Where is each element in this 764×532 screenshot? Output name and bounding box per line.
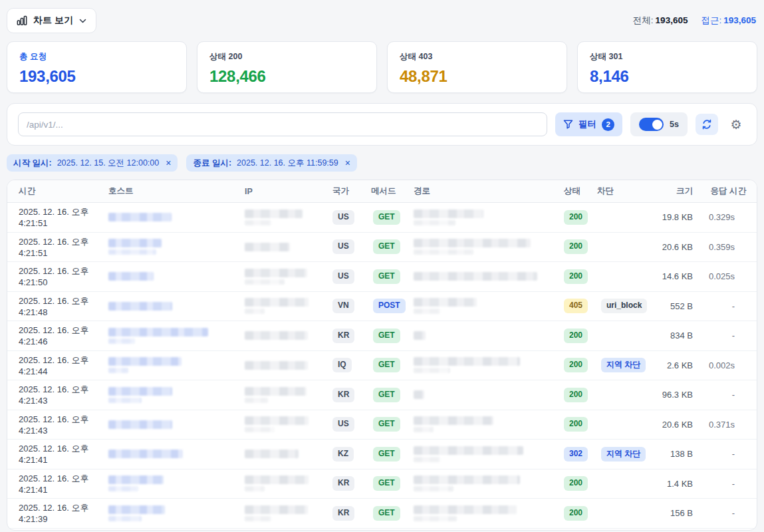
row-ip: [245, 269, 332, 285]
row-block: 지역 차단: [597, 447, 653, 462]
filter-button[interactable]: 필터 2: [555, 112, 622, 136]
redact-line: [245, 361, 308, 370]
row-ip: [245, 416, 332, 432]
redact-line: [245, 298, 309, 307]
host-redacted: [108, 213, 245, 221]
redacted-text: [414, 390, 564, 399]
toggle-knob: [652, 120, 662, 130]
status-badge: 200: [564, 239, 588, 254]
row-block: uri_block: [597, 299, 653, 313]
redact-line: [108, 420, 172, 429]
redacted-text: [245, 475, 332, 491]
table-row[interactable]: 2025. 12. 16. 오후 4:21:51USGET20020.6 KB0…: [7, 233, 757, 263]
row-path: [414, 239, 564, 255]
row-response-time: -: [693, 301, 746, 311]
row-method: GET: [371, 329, 414, 343]
row-response-time: -: [693, 508, 746, 518]
row-method: GET: [371, 210, 414, 225]
settings-button[interactable]: ⚙: [726, 114, 746, 135]
status-badge: 200: [564, 476, 588, 491]
row-method: POST: [371, 299, 414, 313]
row-method: GET: [371, 506, 414, 521]
host-redacted: [108, 420, 245, 429]
redact-line: [108, 302, 172, 311]
redact-line: [414, 309, 440, 314]
table-body: 2025. 12. 16. 오후 4:21:51USGET20019.8 KB0…: [7, 203, 757, 529]
row-country: US: [332, 239, 371, 254]
chart-view-button[interactable]: 차트 보기: [7, 8, 96, 33]
status-badge: 200: [564, 329, 588, 343]
redact-line: [414, 298, 477, 307]
redact-line: [245, 220, 271, 225]
redacted-text: [245, 209, 332, 225]
row-status: 200: [564, 358, 597, 372]
redact-line: [414, 486, 453, 491]
row-time: 2025. 12. 16. 오후 4:21:41: [19, 443, 108, 465]
redact-line: [245, 269, 307, 277]
redact-line: [245, 331, 308, 340]
row-method: GET: [371, 447, 414, 462]
table-row[interactable]: 2025. 12. 16. 오후 4:21:43KRGET20096.3 KB-: [7, 380, 757, 410]
column-header: 호스트: [108, 186, 245, 197]
status-badge: 200: [564, 269, 588, 284]
method-badge: GET: [373, 269, 400, 284]
row-host: [108, 272, 245, 281]
redact-line: [108, 272, 154, 281]
table-row[interactable]: 2025. 12. 16. 오후 4:21:50USGET20014.6 KB0…: [7, 262, 757, 292]
auto-refresh-toggle[interactable]: [639, 118, 664, 131]
method-badge: GET: [373, 210, 400, 225]
filter-chip-label: 종료 일시:: [193, 158, 231, 169]
row-response-time: 0.025s: [693, 271, 746, 281]
chip-close-icon[interactable]: ×: [345, 158, 350, 168]
redacted-text: [245, 361, 332, 370]
redact-line: [245, 309, 265, 314]
redact-line: [414, 416, 493, 425]
row-status: 200: [564, 476, 597, 491]
table-row[interactable]: 2025. 12. 16. 오후 4:21:39KRGET200156 B-: [7, 499, 757, 529]
redact-line: [414, 209, 483, 218]
refresh-button[interactable]: [696, 114, 718, 135]
row-size: 138 B: [653, 449, 693, 459]
chip-close-icon[interactable]: ×: [166, 158, 171, 168]
redact-line: [414, 272, 537, 281]
row-ip: [245, 331, 332, 340]
redacted-text: [414, 239, 564, 255]
row-size: 156 B: [653, 508, 693, 518]
column-header: 경로: [414, 186, 564, 197]
table-row[interactable]: 2025. 12. 16. 오후 4:21:43USGET20020.6 KB0…: [7, 410, 757, 440]
status-badge: 200: [564, 388, 588, 402]
redact-line: [108, 239, 162, 247]
row-method: GET: [371, 358, 414, 372]
row-host: [108, 420, 245, 429]
country-badge: US: [332, 269, 354, 284]
redact-line: [414, 457, 440, 462]
stat-card-value: 128,466: [209, 67, 364, 86]
stat-card-label: 상태 403: [400, 51, 555, 63]
row-path: [414, 272, 564, 281]
column-header: IP: [245, 187, 332, 196]
table-row[interactable]: 2025. 12. 16. 오후 4:21:41KRGET2001.4 KB-: [7, 469, 757, 499]
redact-line: [245, 486, 265, 491]
method-badge: GET: [373, 447, 400, 462]
table-row[interactable]: 2025. 12. 16. 오후 4:21:41KZGET302지역 차단138…: [7, 440, 757, 469]
table-row[interactable]: 2025. 12. 16. 오후 4:21:51USGET20019.8 KB0…: [7, 203, 757, 233]
redact-line: [108, 516, 142, 521]
filter-chip-value: 2025. 12. 15. 오전 12:00:00: [57, 158, 160, 169]
auto-refresh-control[interactable]: 5s: [630, 112, 688, 136]
table-row[interactable]: 2025. 12. 16. 오후 4:21:44IQGET200지역 차단2.6…: [7, 351, 757, 381]
total-count: 전체:193,605: [633, 15, 688, 27]
table-row[interactable]: 2025. 12. 16. 오후 4:21:48VNPOST405uri_blo…: [7, 292, 757, 322]
row-path: [414, 475, 564, 491]
status-badge: 405: [564, 299, 588, 313]
table-row[interactable]: 2025. 12. 16. 오후 4:21:46KRGET200834 B-: [7, 321, 757, 351]
row-country: KR: [332, 476, 371, 491]
column-header: 차단: [597, 186, 653, 197]
redacted-text: [414, 505, 564, 521]
row-path: [414, 209, 564, 225]
method-badge: GET: [373, 358, 400, 372]
chart-view-label: 차트 보기: [33, 15, 73, 27]
search-input[interactable]: [18, 112, 547, 136]
row-path: [414, 390, 564, 399]
status-badge: 200: [564, 506, 588, 521]
row-ip: [245, 209, 332, 225]
